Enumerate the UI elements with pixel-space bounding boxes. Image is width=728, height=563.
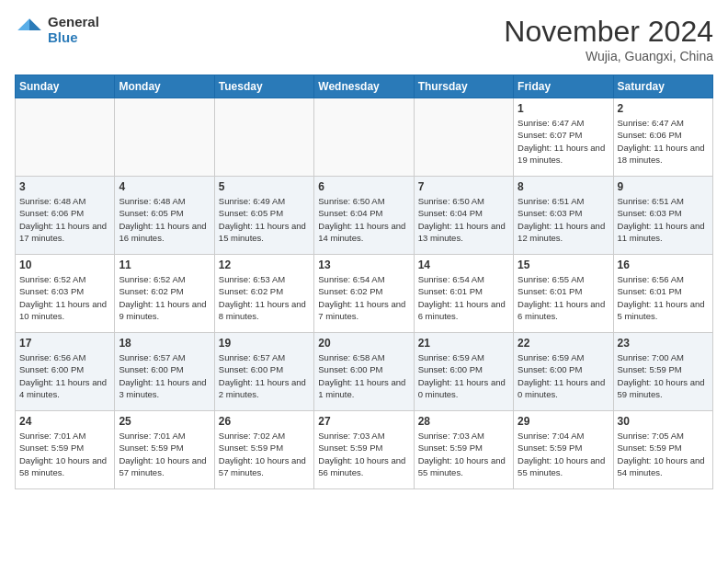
calendar-week-3: 10Sunrise: 6:52 AM Sunset: 6:03 PM Dayli… xyxy=(16,255,713,333)
calendar-cell: 18Sunrise: 6:57 AM Sunset: 6:00 PM Dayli… xyxy=(115,333,214,411)
day-number: 26 xyxy=(219,415,310,428)
day-number: 6 xyxy=(318,180,409,193)
calendar-week-1: 1Sunrise: 6:47 AM Sunset: 6:07 PM Daylig… xyxy=(16,98,713,177)
day-number: 22 xyxy=(518,337,609,350)
calendar-cell: 16Sunrise: 6:56 AM Sunset: 6:01 PM Dayli… xyxy=(613,255,712,333)
day-detail: Sunrise: 6:51 AM Sunset: 6:03 PM Dayligh… xyxy=(618,195,709,244)
calendar-cell: 3Sunrise: 6:48 AM Sunset: 6:06 PM Daylig… xyxy=(16,177,115,255)
calendar-cell: 2Sunrise: 6:47 AM Sunset: 6:06 PM Daylig… xyxy=(613,98,712,177)
day-detail: Sunrise: 6:47 AM Sunset: 6:07 PM Dayligh… xyxy=(518,117,609,166)
day-detail: Sunrise: 7:02 AM Sunset: 5:59 PM Dayligh… xyxy=(219,430,310,478)
calendar-cell: 4Sunrise: 6:48 AM Sunset: 6:05 PM Daylig… xyxy=(115,177,214,255)
day-number: 16 xyxy=(618,259,709,271)
logo-icon xyxy=(15,16,44,45)
calendar-cell: 26Sunrise: 7:02 AM Sunset: 5:59 PM Dayli… xyxy=(214,411,313,489)
calendar-header-sunday: Sunday xyxy=(16,75,115,98)
day-number: 19 xyxy=(219,337,310,350)
day-number: 7 xyxy=(418,180,509,193)
location: Wujia, Guangxi, China xyxy=(504,49,713,63)
day-detail: Sunrise: 6:57 AM Sunset: 6:00 PM Dayligh… xyxy=(219,351,310,400)
calendar-cell: 25Sunrise: 7:01 AM Sunset: 5:59 PM Dayli… xyxy=(115,411,214,489)
calendar-cell: 17Sunrise: 6:56 AM Sunset: 6:00 PM Dayli… xyxy=(16,333,115,411)
calendar-table: SundayMondayTuesdayWednesdayThursdayFrid… xyxy=(15,75,713,489)
day-detail: Sunrise: 7:05 AM Sunset: 5:59 PM Dayligh… xyxy=(618,430,709,478)
calendar-cell xyxy=(16,98,115,177)
day-number: 21 xyxy=(418,337,509,350)
day-detail: Sunrise: 6:56 AM Sunset: 6:01 PM Dayligh… xyxy=(618,273,709,322)
calendar-cell: 14Sunrise: 6:54 AM Sunset: 6:01 PM Dayli… xyxy=(414,255,513,333)
calendar-cell xyxy=(314,98,414,177)
logo-general: General xyxy=(48,15,99,30)
day-number: 14 xyxy=(418,259,509,271)
day-number: 29 xyxy=(518,415,609,428)
day-detail: Sunrise: 7:00 AM Sunset: 5:59 PM Dayligh… xyxy=(618,351,709,400)
day-number: 11 xyxy=(119,259,210,271)
day-number: 18 xyxy=(119,337,210,350)
day-detail: Sunrise: 6:51 AM Sunset: 6:03 PM Dayligh… xyxy=(518,195,609,244)
title-block: November 2024 Wujia, Guangxi, China xyxy=(504,15,713,63)
month-title: November 2024 xyxy=(504,15,713,49)
calendar-header-row: SundayMondayTuesdayWednesdayThursdayFrid… xyxy=(16,75,713,98)
logo-text: General Blue xyxy=(48,15,99,45)
day-number: 1 xyxy=(518,102,609,115)
day-number: 27 xyxy=(318,415,409,428)
day-number: 12 xyxy=(219,259,310,271)
day-detail: Sunrise: 6:57 AM Sunset: 6:00 PM Dayligh… xyxy=(119,351,210,400)
calendar-cell: 27Sunrise: 7:03 AM Sunset: 5:59 PM Dayli… xyxy=(314,411,414,489)
day-detail: Sunrise: 6:50 AM Sunset: 6:04 PM Dayligh… xyxy=(318,195,409,244)
calendar-week-5: 24Sunrise: 7:01 AM Sunset: 5:59 PM Dayli… xyxy=(16,411,713,489)
calendar-cell: 1Sunrise: 6:47 AM Sunset: 6:07 PM Daylig… xyxy=(514,98,613,177)
calendar-cell: 20Sunrise: 6:58 AM Sunset: 6:00 PM Dayli… xyxy=(314,333,414,411)
calendar-cell: 22Sunrise: 6:59 AM Sunset: 6:00 PM Dayli… xyxy=(514,333,613,411)
page-header: General Blue November 2024 Wujia, Guangx… xyxy=(15,15,713,63)
day-number: 13 xyxy=(318,259,409,271)
day-detail: Sunrise: 6:58 AM Sunset: 6:00 PM Dayligh… xyxy=(318,351,409,400)
day-detail: Sunrise: 6:56 AM Sunset: 6:00 PM Dayligh… xyxy=(19,351,110,400)
calendar-header-saturday: Saturday xyxy=(613,75,712,98)
svg-marker-0 xyxy=(29,18,41,30)
day-detail: Sunrise: 6:55 AM Sunset: 6:01 PM Dayligh… xyxy=(518,273,609,322)
calendar-cell: 12Sunrise: 6:53 AM Sunset: 6:02 PM Dayli… xyxy=(214,255,313,333)
day-detail: Sunrise: 6:59 AM Sunset: 6:00 PM Dayligh… xyxy=(418,351,509,400)
logo: General Blue xyxy=(15,15,99,45)
day-detail: Sunrise: 6:54 AM Sunset: 6:01 PM Dayligh… xyxy=(418,273,509,322)
calendar-cell: 23Sunrise: 7:00 AM Sunset: 5:59 PM Dayli… xyxy=(613,333,712,411)
day-detail: Sunrise: 6:59 AM Sunset: 6:00 PM Dayligh… xyxy=(518,351,609,400)
calendar-cell xyxy=(115,98,214,177)
calendar-cell: 13Sunrise: 6:54 AM Sunset: 6:02 PM Dayli… xyxy=(314,255,414,333)
day-number: 20 xyxy=(318,337,409,350)
calendar-cell: 7Sunrise: 6:50 AM Sunset: 6:04 PM Daylig… xyxy=(414,177,513,255)
calendar-week-4: 17Sunrise: 6:56 AM Sunset: 6:00 PM Dayli… xyxy=(16,333,713,411)
calendar-cell: 24Sunrise: 7:01 AM Sunset: 5:59 PM Dayli… xyxy=(16,411,115,489)
day-number: 15 xyxy=(518,259,609,271)
calendar-cell: 11Sunrise: 6:52 AM Sunset: 6:02 PM Dayli… xyxy=(115,255,214,333)
calendar-header-thursday: Thursday xyxy=(414,75,513,98)
calendar-cell: 5Sunrise: 6:49 AM Sunset: 6:05 PM Daylig… xyxy=(214,177,313,255)
calendar-cell: 8Sunrise: 6:51 AM Sunset: 6:03 PM Daylig… xyxy=(514,177,613,255)
calendar-cell: 30Sunrise: 7:05 AM Sunset: 5:59 PM Dayli… xyxy=(613,411,712,489)
day-number: 5 xyxy=(219,180,310,193)
day-detail: Sunrise: 6:52 AM Sunset: 6:02 PM Dayligh… xyxy=(119,273,210,322)
day-number: 3 xyxy=(19,180,110,193)
svg-marker-1 xyxy=(17,18,29,30)
day-number: 10 xyxy=(19,259,110,271)
calendar-header-monday: Monday xyxy=(115,75,214,98)
calendar-cell: 19Sunrise: 6:57 AM Sunset: 6:00 PM Dayli… xyxy=(214,333,313,411)
day-number: 30 xyxy=(618,415,709,428)
calendar-cell xyxy=(414,98,513,177)
calendar-week-2: 3Sunrise: 6:48 AM Sunset: 6:06 PM Daylig… xyxy=(16,177,713,255)
day-number: 8 xyxy=(518,180,609,193)
day-number: 24 xyxy=(19,415,110,428)
calendar-cell: 9Sunrise: 6:51 AM Sunset: 6:03 PM Daylig… xyxy=(613,177,712,255)
calendar-cell: 15Sunrise: 6:55 AM Sunset: 6:01 PM Dayli… xyxy=(514,255,613,333)
day-detail: Sunrise: 6:49 AM Sunset: 6:05 PM Dayligh… xyxy=(219,195,310,244)
calendar-cell: 6Sunrise: 6:50 AM Sunset: 6:04 PM Daylig… xyxy=(314,177,414,255)
day-detail: Sunrise: 7:03 AM Sunset: 5:59 PM Dayligh… xyxy=(318,430,409,478)
day-number: 23 xyxy=(618,337,709,350)
calendar-cell xyxy=(214,98,313,177)
day-detail: Sunrise: 6:52 AM Sunset: 6:03 PM Dayligh… xyxy=(19,273,110,322)
day-detail: Sunrise: 6:54 AM Sunset: 6:02 PM Dayligh… xyxy=(318,273,409,322)
day-number: 25 xyxy=(119,415,210,428)
day-detail: Sunrise: 7:04 AM Sunset: 5:59 PM Dayligh… xyxy=(518,430,609,478)
day-detail: Sunrise: 7:01 AM Sunset: 5:59 PM Dayligh… xyxy=(119,430,210,478)
